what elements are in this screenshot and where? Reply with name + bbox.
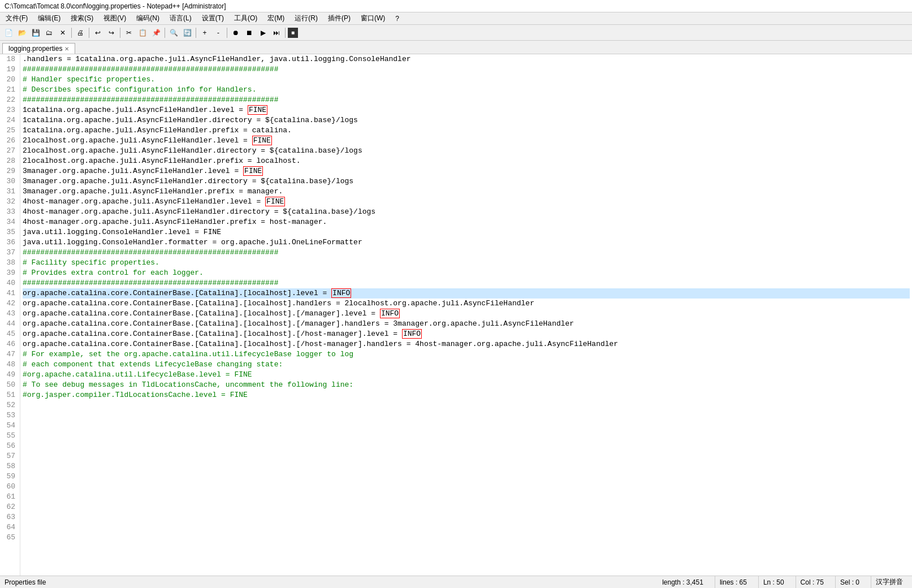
line-number: 54 <box>2 421 15 431</box>
menu-bar: 文件(F) 编辑(E) 搜索(S) 视图(V) 编码(N) 语言(L) 设置(T… <box>0 12 912 25</box>
paste-button[interactable]: 📌 <box>150 27 162 39</box>
line-number: 48 <box>2 360 15 370</box>
line-number: 55 <box>2 431 15 441</box>
menu-encode[interactable]: 编码(N) <box>133 12 163 24</box>
line-number: 38 <box>2 258 15 268</box>
boxed-value: FINE <box>248 105 267 115</box>
line-number: 27 <box>2 146 15 156</box>
open-button[interactable]: 📂 <box>16 27 28 39</box>
code-line: org.apache.catalina.core.ContainerBase.[… <box>23 319 910 329</box>
status-right: length : 3,451 lines : 65 Ln : 50 Col : … <box>658 576 907 589</box>
toolbar-sep-1 <box>71 28 72 38</box>
record-macro-button[interactable]: ⏺ <box>230 27 242 39</box>
close-button[interactable]: ✕ <box>57 27 69 39</box>
run-macro-button[interactable]: ⏭ <box>270 27 283 39</box>
play-macro-button[interactable]: ▶ <box>257 27 269 39</box>
menu-macro[interactable]: 宏(M) <box>264 12 288 24</box>
code-line: # Facility specific properties. <box>23 258 910 268</box>
line-number: 61 <box>2 492 15 502</box>
save-button[interactable]: 💾 <box>29 27 42 39</box>
code-line: 3manager.org.apache.juli.AsyncFileHandle… <box>23 166 910 176</box>
status-left: Properties file <box>5 578 658 586</box>
black-square-button[interactable]: ■ <box>288 28 298 38</box>
toolbar: 📄 📂 💾 🗂 ✕ 🖨 ↩ ↪ ✂ 📋 📌 🔍 🔄 + - ⏺ ⏹ ▶ ⏭ ■ <box>0 25 912 41</box>
menu-file[interactable]: 文件(F) <box>2 12 31 24</box>
code-line: 1catalina.org.apache.juli.AsyncFileHandl… <box>23 126 910 136</box>
menu-tools[interactable]: 工具(O) <box>231 12 261 24</box>
line-number: 62 <box>2 502 15 512</box>
menu-window[interactable]: 窗口(W) <box>357 12 388 24</box>
line-number: 30 <box>2 176 15 187</box>
print-button[interactable]: 🖨 <box>74 27 87 39</box>
code-area[interactable]: .handlers = 1catalina.org.apache.juli.As… <box>20 54 912 576</box>
status-extra: 汉字拼音 <box>871 576 907 589</box>
tab-logging-properties[interactable]: logging.properties ✕ <box>2 43 75 54</box>
status-bar: Properties file length : 3,451 lines : 6… <box>0 576 912 588</box>
code-line: ########################################… <box>23 278 910 288</box>
code-line: # To see debug messages in TldLocationsC… <box>23 380 910 390</box>
undo-button[interactable]: ↩ <box>92 27 104 39</box>
menu-search[interactable]: 搜索(S) <box>67 12 97 24</box>
code-line: java.util.logging.ConsoleHandler.level =… <box>23 227 910 237</box>
line-number: 46 <box>2 339 15 349</box>
toolbar-sep-6 <box>227 28 227 38</box>
line-number: 22 <box>2 95 15 105</box>
menu-help[interactable]: ? <box>392 14 403 24</box>
code-line: java.util.logging.ConsoleHandler.formatt… <box>23 237 910 248</box>
code-line: 2localhost.org.apache.juli.AsyncFileHand… <box>23 146 910 156</box>
code-line: ########################################… <box>23 64 910 75</box>
editor[interactable]: 1819202122232425262728293031323334353637… <box>0 54 912 576</box>
find-button[interactable]: 🔍 <box>167 27 180 39</box>
zoom-out-button[interactable]: - <box>212 27 224 39</box>
line-number: 24 <box>2 115 15 126</box>
code-line: #org.apache.catalina.util.LifecycleBase.… <box>23 370 910 380</box>
boxed-value: INFO <box>402 329 422 339</box>
boxed-value: FINE <box>265 197 285 206</box>
menu-run[interactable]: 运行(R) <box>291 12 321 24</box>
menu-language[interactable]: 语言(L) <box>166 12 195 24</box>
status-ln: Ln : 50 <box>758 576 789 589</box>
line-number: 29 <box>2 166 15 176</box>
line-number: 28 <box>2 156 15 166</box>
code-line: org.apache.catalina.core.ContainerBase.[… <box>23 329 910 339</box>
code-line: 3manager.org.apache.juli.AsyncFileHandle… <box>23 187 910 197</box>
tab-bar: logging.properties ✕ <box>0 41 912 54</box>
cut-button[interactable]: ✂ <box>123 27 135 39</box>
line-number: 47 <box>2 349 15 360</box>
boxed-value: FINE <box>243 166 263 176</box>
zoom-in-button[interactable]: + <box>198 27 211 39</box>
new-button[interactable]: 📄 <box>2 27 15 39</box>
tab-close-icon[interactable]: ✕ <box>64 46 69 52</box>
line-number: 58 <box>2 461 15 472</box>
title-text: C:\Tomcat\Tomcat 8.0\conf\logging.proper… <box>5 2 226 10</box>
status-file-type: Properties file <box>5 578 46 586</box>
line-number: 57 <box>2 451 15 461</box>
line-number: 51 <box>2 390 15 400</box>
line-number: 44 <box>2 319 15 329</box>
code-line: .handlers = 1catalina.org.apache.juli.As… <box>23 54 910 64</box>
menu-view[interactable]: 视图(V) <box>100 12 129 24</box>
boxed-value: INFO <box>380 309 400 318</box>
line-number: 45 <box>2 329 15 339</box>
line-number: 43 <box>2 309 15 319</box>
redo-button[interactable]: ↪ <box>105 27 118 39</box>
code-line: # Describes specific configuration info … <box>23 85 910 95</box>
status-sel: Sel : 0 <box>835 576 864 589</box>
status-length: length : 3,451 <box>658 576 708 589</box>
code-line: 4host-manager.org.apache.juli.AsyncFileH… <box>23 217 910 227</box>
save-all-button[interactable]: 🗂 <box>43 27 55 39</box>
toolbar-sep-4 <box>165 28 165 38</box>
menu-plugins[interactable]: 插件(P) <box>325 12 354 24</box>
menu-settings[interactable]: 设置(T) <box>198 12 227 24</box>
tab-label: logging.properties <box>8 45 62 53</box>
code-line: ########################################… <box>23 248 910 258</box>
line-number: 42 <box>2 299 15 309</box>
replace-button[interactable]: 🔄 <box>181 27 193 39</box>
stop-macro-button[interactable]: ⏹ <box>243 27 256 39</box>
editor-container: 1819202122232425262728293031323334353637… <box>0 54 912 576</box>
menu-edit[interactable]: 编辑(E) <box>34 12 64 24</box>
line-number: 40 <box>2 278 15 288</box>
code-line: 2localhost.org.apache.juli.AsyncFileHand… <box>23 156 910 166</box>
line-number: 19 <box>2 64 15 75</box>
copy-button[interactable]: 📋 <box>136 27 149 39</box>
